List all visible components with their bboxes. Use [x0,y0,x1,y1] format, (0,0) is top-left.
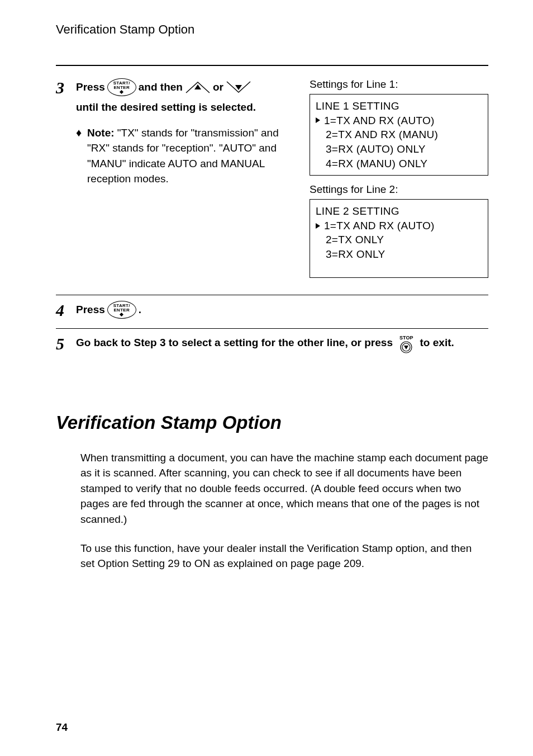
line1-opt1: 1=TX AND RX (AUTO) [324,114,435,128]
until-label: until the desired setting is selected. [76,100,296,115]
running-header: Verification Stamp Option [56,22,488,37]
stop-button-icon: STOP [398,336,415,353]
note-label: Note: [87,127,115,139]
section-title: Verification Stamp Option [56,412,488,433]
selection-arrow-icon [316,117,320,123]
down-arrow-button-icon [226,81,251,94]
or-label: or [213,79,223,95]
step5-after: to exit. [420,337,454,348]
line2-opt1: 1=TX AND RX (AUTO) [324,219,435,233]
settings-line2-caption: Settings for Line 2: [310,183,488,196]
line1-opt2: 2=TX AND RX (MANU) [316,127,438,142]
bullet-dot-icon: ♦ [76,125,87,187]
svg-marker-0 [194,84,201,89]
press-label: Press [76,79,105,95]
line1-opt3: 3=RX (AUTO) ONLY [316,142,426,157]
step5-before: Go back to Step 3 to select a setting fo… [76,337,396,348]
line2-title: LINE 2 SETTING [316,204,482,219]
svg-marker-1 [235,85,242,90]
start-enter-line2: ENTER [108,86,136,90]
body-paragraph-1: When transmitting a document, you can ha… [80,450,488,527]
svg-marker-4 [404,346,408,349]
diamond-icon [120,90,123,94]
line2-opt2: 2=TX ONLY [316,233,384,247]
step-number-4: 4 [56,301,76,319]
step-3: 3 Press START/ ENTER and then [56,73,488,295]
step-number-3: 3 [56,78,76,286]
start-enter-button-icon: START/ ENTER [107,78,136,96]
period-4: . [139,304,141,316]
step-number-5: 5 [56,334,76,353]
up-arrow-button-icon [185,81,211,94]
line2-opt3: 3=RX ONLY [316,247,385,262]
rule-top [56,65,488,66]
stop-label: STOP [398,336,415,341]
line2-settings-box: LINE 2 SETTING 1=TX AND RX (AUTO) 2=TX O… [310,199,488,278]
diamond-icon [120,313,123,316]
note-body: "TX" stands for "transmission" and "RX" … [87,127,279,185]
start-enter-button-icon: START/ ENTER [107,301,136,319]
press-label-4: Press [76,304,105,316]
step-4: 4 Press START/ ENTER . [56,295,488,328]
selection-arrow-icon [316,223,320,229]
step-5: 5 Go back to Step 3 to select a setting … [56,329,488,362]
note-bullet: ♦ Note: "TX" stands for "transmission" a… [76,125,296,187]
settings-line1-caption: Settings for Line 1: [310,78,488,91]
body-paragraph-2: To use this function, have your dealer i… [80,541,488,571]
and-then-label: and then [139,79,183,95]
line1-title: LINE 1 SETTING [316,99,482,114]
note-text: Note: "TX" stands for "transmission" and… [87,125,296,187]
line1-opt4: 4=RX (MANU) ONLY [316,157,427,171]
start-enter-line2: ENTER [108,308,136,313]
page-number: 74 [56,721,68,734]
line1-settings-box: LINE 1 SETTING 1=TX AND RX (AUTO) 2=TX A… [310,94,488,176]
